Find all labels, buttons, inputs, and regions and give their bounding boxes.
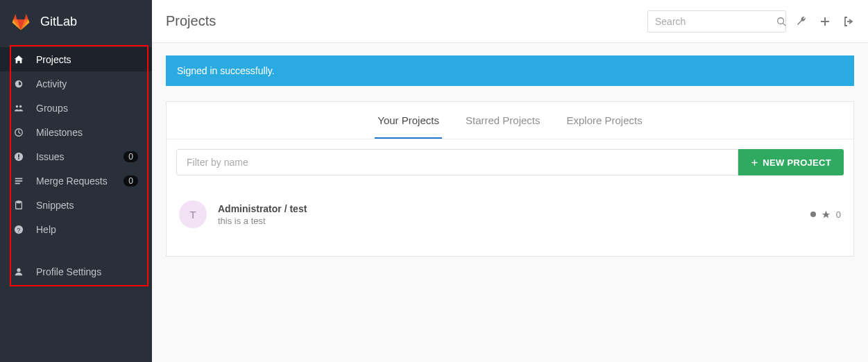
wrench-icon[interactable] [796, 16, 807, 27]
sidebar-item-label: Issues [36, 151, 124, 162]
sidebar-item-label: Help [36, 224, 138, 235]
svg-text:?: ? [17, 226, 21, 233]
svg-point-14 [778, 17, 784, 24]
svg-rect-4 [18, 154, 19, 157]
project-info: Administrator / test this is a test [218, 203, 810, 226]
project-name[interactable]: Administrator / test [218, 203, 810, 214]
sidebar-item-help[interactable]: ? Help [0, 217, 152, 241]
project-description: this is a test [218, 216, 810, 226]
page-title: Projects [166, 13, 647, 29]
svg-rect-8 [15, 182, 20, 184]
dashboard-icon [14, 79, 26, 89]
sidebar-item-label: Profile Settings [36, 266, 138, 277]
tab-your-projects[interactable]: Your Projects [375, 114, 442, 139]
flash-text: Signed in successfully. [177, 65, 275, 76]
svg-point-0 [16, 105, 19, 107]
visibility-icon [810, 212, 816, 217]
svg-rect-18 [752, 162, 758, 162]
sidebar-item-label: Projects [36, 54, 138, 65]
exclaim-icon [14, 152, 26, 162]
sidebar-item-profile-settings[interactable]: Profile Settings [0, 259, 152, 284]
sidebar-nav-secondary: Profile Settings [0, 259, 152, 284]
svg-point-1 [19, 105, 22, 107]
projects-list: T Administrator / test this is a test 0 [167, 185, 853, 256]
user-icon [14, 267, 26, 277]
issues-badge: 0 [124, 151, 138, 162]
svg-rect-10 [17, 200, 20, 202]
tab-starred-projects[interactable]: Starred Projects [463, 114, 543, 139]
main: Projects Signed in su [152, 0, 868, 362]
sidebar-item-label: Snippets [36, 200, 138, 211]
project-avatar: T [179, 200, 207, 228]
clipboard-icon [14, 200, 26, 210]
search-input[interactable] [655, 16, 776, 27]
sidebar-item-label: Activity [36, 78, 138, 89]
sidebar-item-label: Merge Requests [36, 175, 124, 187]
sidebar-item-groups[interactable]: Groups [0, 96, 152, 120]
projects-panel: Your Projects Starred Projects Explore P… [166, 101, 854, 257]
brand-name: GitLab [40, 15, 77, 29]
sidebar-nav: Projects Activity Groups Milestones [0, 47, 152, 241]
group-icon [14, 103, 26, 113]
merge-icon [14, 176, 26, 186]
svg-rect-16 [821, 21, 829, 22]
home-icon [14, 55, 26, 64]
sidebar-item-activity[interactable]: Activity [0, 71, 152, 96]
plus-icon [751, 159, 758, 166]
svg-rect-6 [15, 178, 23, 179]
sidebar: GitLab Projects Activity Groups [0, 0, 152, 362]
sidebar-item-snippets[interactable]: Snippets [0, 193, 152, 217]
question-icon: ? [14, 225, 26, 234]
flash-message: Signed in successfully. [166, 55, 854, 86]
sidebar-item-projects[interactable]: Projects [0, 47, 152, 71]
avatar-letter: T [189, 209, 196, 221]
content: Signed in successfully. Your Projects St… [152, 43, 868, 362]
sidebar-item-issues[interactable]: Issues 0 [0, 144, 152, 169]
tab-explore-projects[interactable]: Explore Projects [564, 114, 645, 139]
top-actions [796, 16, 854, 27]
svg-point-13 [17, 268, 20, 271]
filter-row: NEW PROJECT [167, 139, 853, 185]
svg-rect-7 [15, 180, 23, 182]
clock-icon [14, 128, 26, 137]
filter-input[interactable] [176, 149, 738, 175]
tabs: Your Projects Starred Projects Explore P… [167, 102, 853, 139]
svg-rect-5 [18, 157, 19, 159]
brand[interactable]: GitLab [0, 0, 152, 43]
project-row[interactable]: T Administrator / test this is a test 0 [176, 193, 844, 235]
star-count: 0 [836, 209, 841, 220]
new-project-label: NEW PROJECT [763, 157, 831, 168]
star-icon[interactable] [822, 210, 831, 219]
search-icon[interactable] [776, 17, 786, 26]
merge-requests-badge: 0 [124, 175, 138, 187]
gitlab-logo-icon [11, 12, 31, 31]
sidebar-item-milestones[interactable]: Milestones [0, 120, 152, 144]
sidebar-item-label: Milestones [36, 127, 138, 138]
sidebar-item-merge-requests[interactable]: Merge Requests 0 [0, 169, 152, 193]
new-project-button[interactable]: NEW PROJECT [738, 149, 844, 175]
sign-out-icon[interactable] [843, 16, 854, 27]
topbar: Projects [152, 0, 868, 43]
search-wrap[interactable] [647, 10, 786, 33]
plus-icon[interactable] [819, 16, 831, 27]
project-meta: 0 [810, 209, 841, 220]
sidebar-item-label: Groups [36, 103, 138, 114]
